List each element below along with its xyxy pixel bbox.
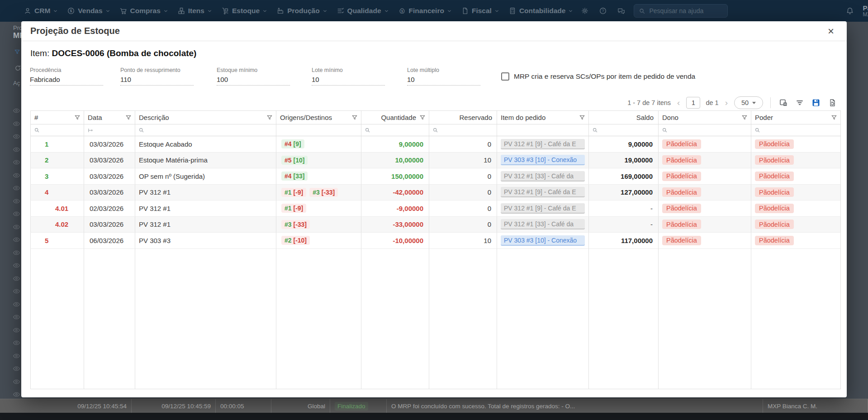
- eye-icon[interactable]: [13, 378, 20, 386]
- settings-gear-icon[interactable]: [579, 5, 590, 16]
- eye-icon[interactable]: [13, 184, 20, 192]
- notifications-bell-icon[interactable]: [844, 5, 855, 16]
- nav-item-produção[interactable]: Produção: [276, 7, 327, 15]
- column-header-9[interactable]: Poder: [751, 111, 841, 124]
- nav-item-contabilidade[interactable]: Contabilidade: [508, 7, 573, 15]
- order-item-link[interactable]: PV 303 #3 [10] - Conexão: [501, 235, 585, 246]
- eye-icon[interactable]: [13, 275, 20, 282]
- filter-cell-2[interactable]: [135, 124, 276, 136]
- eye-icon[interactable]: [13, 339, 20, 347]
- filter-cell-8[interactable]: [659, 124, 751, 136]
- column-header-4[interactable]: Quantidade: [361, 111, 429, 124]
- funnel-icon[interactable]: [74, 115, 81, 121]
- eye-icon[interactable]: [13, 107, 20, 115]
- filter-cell-5[interactable]: [429, 124, 497, 136]
- order-item-link[interactable]: PV 312 #1 [9] - Café da E: [501, 139, 585, 149]
- eye-icon[interactable]: [13, 262, 20, 269]
- column-header-7[interactable]: Saldo: [589, 111, 659, 124]
- eye-icon[interactable]: [13, 223, 20, 231]
- order-item-link[interactable]: PV 312 #1 [9] - Café da E: [501, 187, 585, 197]
- funnel-icon[interactable]: [125, 115, 132, 121]
- field-4: Lote múltiplo 10: [407, 67, 480, 86]
- eye-icon[interactable]: [13, 158, 20, 166]
- order-item-link[interactable]: PV 303 #3 [10] - Conexão: [501, 155, 585, 165]
- eye-icon[interactable]: [13, 352, 20, 360]
- help-search-input[interactable]: Pesquisar na ajuda: [634, 4, 728, 18]
- save-layout-icon[interactable]: [811, 97, 821, 108]
- origin-ref-chip[interactable]: #4 [33]: [281, 172, 308, 181]
- nav-item-crm[interactable]: CRM: [24, 7, 58, 15]
- cell: 0: [429, 185, 497, 201]
- order-item-link[interactable]: PV 312 #1 [9] - Café da E: [501, 203, 585, 214]
- field-label: Procedência: [30, 67, 103, 73]
- origin-ref-chip[interactable]: #4 [9]: [281, 139, 304, 148]
- eye-icon[interactable]: [13, 249, 20, 257]
- nav-item-compras[interactable]: Compras: [119, 7, 168, 15]
- column-header-5[interactable]: Reservado: [429, 111, 497, 124]
- origin-ref-chip[interactable]: #3 [-33]: [281, 220, 310, 229]
- eye-icon[interactable]: [13, 326, 20, 334]
- eye-icon[interactable]: [13, 172, 20, 179]
- origin-ref-chip[interactable]: #5 [10]: [281, 156, 308, 165]
- eye-icon[interactable]: [13, 120, 20, 128]
- eye-icon[interactable]: [13, 133, 20, 140]
- funnel-icon[interactable]: [579, 115, 585, 121]
- funnel-icon[interactable]: [419, 115, 426, 121]
- page-number-input[interactable]: [686, 97, 700, 109]
- column-header-0[interactable]: #: [30, 111, 84, 124]
- eye-icon[interactable]: [13, 313, 20, 321]
- column-header-3[interactable]: Origens/Destinos: [276, 111, 361, 124]
- eye-icon[interactable]: [13, 236, 20, 243]
- column-header-6[interactable]: Item do pedido: [497, 111, 589, 124]
- nav-item-estoque[interactable]: Estoque: [221, 7, 267, 15]
- column-chooser-icon[interactable]: [778, 97, 789, 108]
- nav-item-itens[interactable]: Itens: [177, 7, 212, 15]
- order-item-link[interactable]: PV 312 #1 [33] - Café da: [501, 171, 585, 181]
- cell: 19,00000: [589, 153, 659, 169]
- page-size-select[interactable]: 50: [734, 96, 763, 109]
- prev-page-icon[interactable]: ‹: [676, 98, 681, 108]
- filter-cell-9[interactable]: [751, 124, 841, 136]
- filter-cell-1[interactable]: [84, 124, 135, 136]
- funnel-icon[interactable]: [266, 115, 273, 121]
- chat-icon[interactable]: [616, 5, 626, 16]
- filter-cell-0[interactable]: [30, 124, 84, 136]
- origin-ref-chip[interactable]: #1 [-9]: [281, 204, 306, 213]
- holder-tag: Pãodelícia: [755, 236, 794, 245]
- close-icon[interactable]: ×: [824, 24, 838, 38]
- next-page-icon[interactable]: ›: [724, 98, 729, 108]
- eye-icon[interactable]: [13, 287, 20, 295]
- filter-cell-4[interactable]: [361, 124, 429, 136]
- row-number: 2: [34, 156, 48, 164]
- user-menu[interactable]: Pãodelícia MXP: [863, 5, 868, 18]
- refresh-icon[interactable]: [14, 64, 22, 72]
- export-history-icon[interactable]: [827, 97, 838, 108]
- nav-item-qualidade[interactable]: Qualidade: [337, 7, 389, 15]
- filter-settings-icon[interactable]: [794, 97, 805, 108]
- funnel-icon[interactable]: [741, 115, 748, 121]
- filter-cell-7[interactable]: [589, 124, 659, 136]
- origin-ref-chip[interactable]: #2 [-10]: [281, 236, 310, 245]
- order-item-link[interactable]: PV 312 #1 [33] - Café da: [501, 219, 585, 229]
- column-header-8[interactable]: Dono: [659, 111, 751, 124]
- row-number: 4: [34, 188, 48, 196]
- column-header-2[interactable]: Descrição: [135, 111, 276, 124]
- nav-item-financeiro[interactable]: $ Financeiro: [398, 7, 452, 15]
- help-icon[interactable]: ?: [598, 5, 608, 16]
- origin-ref-chip[interactable]: #1 [-9]: [281, 188, 306, 197]
- eye-icon[interactable]: [13, 197, 20, 205]
- eye-icon[interactable]: [13, 391, 20, 398]
- eye-icon[interactable]: [13, 365, 20, 372]
- column-header-1[interactable]: Data: [84, 111, 135, 124]
- mrp-reserve-checkbox[interactable]: MRP cria e reserva SCs/OPs por item de p…: [501, 72, 695, 81]
- origin-ref-chip[interactable]: #3 [-33]: [309, 188, 338, 197]
- funnel-icon[interactable]: [831, 115, 837, 121]
- eye-icon[interactable]: [13, 146, 20, 153]
- nav-item-vendas[interactable]: $ Vendas: [67, 7, 110, 15]
- eye-icon[interactable]: [13, 301, 20, 308]
- filter-funnel-icon[interactable]: [14, 49, 20, 55]
- eye-icon[interactable]: [13, 210, 20, 218]
- nav-item-fiscal[interactable]: Fiscal: [461, 7, 499, 15]
- funnel-icon[interactable]: [351, 115, 358, 121]
- checkbox-box[interactable]: [501, 72, 509, 81]
